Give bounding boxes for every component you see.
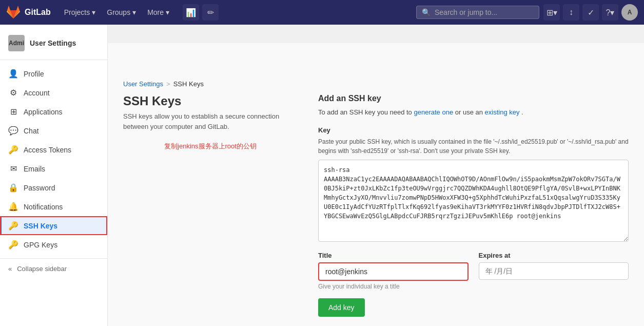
activity-icon[interactable]: 📊 [183,4,199,21]
left-column: SSH Keys SSH keys allow you to establish… [123,94,298,317]
topnav-activity: 📊 ✏ [183,4,219,21]
sidebar-item-gpg-keys[interactable]: 🔑 GPG Keys [0,235,107,254]
key-field-description: Paste your public SSH key, which is usua… [318,137,629,156]
main-content: User Settings > SSH Keys SSH Keys SSH ke… [108,43,644,326]
chevron-down-icon: ▾ [132,8,136,16]
applications-icon: ⊞ [8,107,18,117]
chevron-down-icon: ▾ [166,8,169,16]
add-ssh-description: To add an SSH key you need to generate o… [318,107,629,118]
sidebar-username: User Settings [30,39,76,47]
sidebar-item-label: Account [24,89,50,97]
key-field-label: Key [318,126,629,134]
title-input[interactable] [318,262,469,281]
breadcrumb: User Settings > SSH Keys [123,80,629,94]
sidebar-item-emails[interactable]: ✉ Emails [0,159,107,178]
notifications-icon: 🔔 [8,202,18,212]
sidebar-item-label: Chat [24,127,39,135]
sidebar-item-label: GPG Keys [24,241,57,249]
breadcrumb-separator: > [166,80,170,88]
search-icon: 🔍 [422,8,431,16]
access-tokens-icon: 🔑 [8,145,18,155]
brand-name: GitLab [25,8,51,17]
nav-groups[interactable]: Groups ▾ [102,5,141,20]
plus-icon[interactable]: ⊞▾ [543,4,560,21]
chevron-down-icon: ▾ [92,8,95,16]
annotation-text: 复制jenkins服务器上root的公钥 [123,142,298,151]
sidebar-item-label: SSH Keys [24,222,57,230]
title-field-group: Title Give your individual key a title [318,252,469,290]
generate-key-link[interactable]: generate one [414,108,453,116]
gpg-key-icon: 🔑 [8,240,18,250]
sidebar-navigation: 👤 Profile ⚙ Account ⊞ Applications 💬 Cha… [0,64,107,254]
breadcrumb-current: SSH Keys [173,80,204,88]
breadcrumb-parent-link[interactable]: User Settings [123,80,163,88]
sidebar-item-label: Emails [24,165,45,173]
collapse-label: Collapse sidebar [17,265,67,273]
top-navigation: GitLab Projects ▾ Groups ▾ More ▾ 📊 ✏ 🔍 … [0,0,644,25]
merge-requests-icon[interactable]: ↕ [563,4,579,21]
expires-field-group: Expires at [479,252,629,280]
expires-input[interactable] [479,262,629,280]
ssh-key-icon: 🔑 [8,221,18,231]
user-avatar[interactable]: A [621,4,638,21]
chat-icon: 💬 [8,126,18,136]
existing-key-link[interactable]: existing key [485,108,520,116]
search-bar[interactable]: 🔍 [416,6,539,19]
add-key-button[interactable]: Add key [318,298,365,317]
add-ssh-title: Add an SSH key [318,94,629,103]
search-input[interactable] [435,8,534,16]
emails-icon: ✉ [8,164,18,174]
topnav-icons: ⊞▾ ↕ ✓ ?▾ A [543,4,638,21]
sidebar-item-label: Password [24,184,55,192]
page-description: SSH keys allow you to establish a secure… [123,111,298,131]
sidebar-item-access-tokens[interactable]: 🔑 Access Tokens [0,140,107,159]
sidebar-user-info: Admi User Settings [0,31,107,60]
key-textarea[interactable]: ssh-rsa AAAAB3NzaC1yc2EAAAADAQABAABAQChl… [318,160,629,242]
design-icon[interactable]: ✏ [202,4,219,21]
avatar: Admi [8,35,25,51]
main-layout: Admi User Settings 👤 Profile ⚙ Account ⊞… [0,43,644,326]
profile-icon: 👤 [8,69,18,79]
collapse-sidebar-button[interactable]: « Collapse sidebar [0,258,107,279]
right-column: Add an SSH key To add an SSH key you nee… [318,94,629,317]
sidebar: Admi User Settings 👤 Profile ⚙ Account ⊞… [0,25,108,326]
password-icon: 🔒 [8,183,18,193]
title-hint: Give your individual key a title [318,283,469,290]
sidebar-item-label: Profile [24,70,44,78]
title-field-label: Title [318,252,469,259]
sidebar-item-ssh-keys[interactable]: 🔑 SSH Keys [0,216,107,235]
main-navigation: Projects ▾ Groups ▾ More ▾ [59,5,174,20]
sidebar-item-label: Notifications [24,203,63,211]
help-icon[interactable]: ?▾ [602,4,618,21]
nav-more[interactable]: More ▾ [142,5,174,20]
sidebar-item-applications[interactable]: ⊞ Applications [0,102,107,121]
sidebar-item-password[interactable]: 🔒 Password [0,178,107,197]
nav-projects[interactable]: Projects ▾ [59,5,101,20]
brand-logo[interactable]: GitLab [6,5,51,20]
expires-field-label: Expires at [479,252,629,259]
account-icon: ⚙ [8,88,18,98]
sidebar-item-label: Applications [24,108,63,116]
sidebar-item-profile[interactable]: 👤 Profile [0,64,107,83]
gitlab-logo-icon [6,5,21,20]
form-row: Title Give your individual key a title E… [318,252,629,290]
sidebar-item-notifications[interactable]: 🔔 Notifications [0,197,107,216]
issues-icon[interactable]: ✓ [582,4,599,21]
content-split: SSH Keys SSH keys allow you to establish… [123,94,629,317]
page-header: SSH Keys SSH keys allow you to establish… [123,94,298,131]
sidebar-item-chat[interactable]: 💬 Chat [0,121,107,140]
sidebar-item-account[interactable]: ⚙ Account [0,83,107,102]
sidebar-item-label: Access Tokens [24,146,71,154]
collapse-icon: « [8,265,12,273]
page-title: SSH Keys [123,94,298,108]
